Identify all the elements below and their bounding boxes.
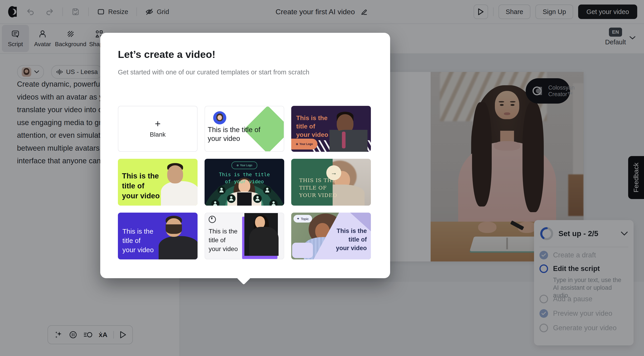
- presenter-shirt: [237, 192, 252, 206]
- lavender-blob: [292, 243, 313, 258]
- presenter-torso: [249, 227, 278, 256]
- logo-mark-icon: [209, 216, 216, 223]
- template-title: This is thetitle ofyour video: [122, 227, 154, 255]
- presenter-torso: [330, 130, 368, 152]
- template-lime[interactable]: This is thetitle ofyour video: [118, 159, 198, 206]
- template-white-split[interactable]: This is thetitle ofyour video: [204, 213, 284, 259]
- template-dark-purple[interactable]: This is thetitle ofyour video ⊕Your Logo: [291, 106, 371, 152]
- user-icon: [263, 186, 272, 195]
- template-title: This is the titleof your video: [204, 171, 284, 185]
- your-logo-badge: ⊕Your Logo: [291, 139, 318, 149]
- template-blank[interactable]: + Blank: [118, 106, 198, 152]
- user-icon: [227, 194, 236, 203]
- presenter-torso: [158, 236, 198, 260]
- presenter-head: [167, 165, 183, 183]
- template-lavender[interactable]: This is thetitle ofyour video ✦Topic: [291, 213, 371, 259]
- app-screen: Resize Grid Create your first AI video S…: [0, 0, 644, 356]
- presenter-tie: [342, 132, 346, 148]
- template-green-diamond[interactable]: This is the title ofyour video: [204, 106, 284, 152]
- template-avatar-circle: [213, 111, 226, 124]
- arrow-circle-button: →: [326, 165, 341, 180]
- template-grid: + Blank This is the title ofyour video T…: [118, 106, 371, 259]
- template-navy[interactable]: ⊕Your Logo This is the titleof your vide…: [204, 159, 284, 206]
- template-indigo[interactable]: This is thetitle ofyour video: [118, 213, 198, 259]
- template-title: This is thetitle ofyour video: [122, 171, 160, 201]
- template-title: This is the title ofyour video: [208, 125, 260, 143]
- template-title: This is thetitle ofyour video: [336, 227, 367, 252]
- modal-subtitle: Get started with one of our curated temp…: [118, 68, 309, 76]
- modal-title: Let’s create a video!: [118, 49, 216, 60]
- presenter-torso: [161, 181, 198, 206]
- template-title: This is thetitle ofyour video: [296, 114, 328, 139]
- topic-pill: ✦Topic: [294, 215, 312, 223]
- your-logo-pill: ⊕Your Logo: [232, 161, 257, 169]
- template-forest[interactable]: THIS IS THETITLE OFYOUR VIDEO →: [291, 159, 371, 206]
- blank-label: Blank: [150, 131, 166, 138]
- create-video-modal: Let’s create a video! Get started with o…: [100, 33, 390, 278]
- template-title: This is thetitle ofyour video: [209, 227, 238, 253]
- plus-icon: +: [155, 120, 161, 128]
- presenter-beard: [166, 224, 182, 234]
